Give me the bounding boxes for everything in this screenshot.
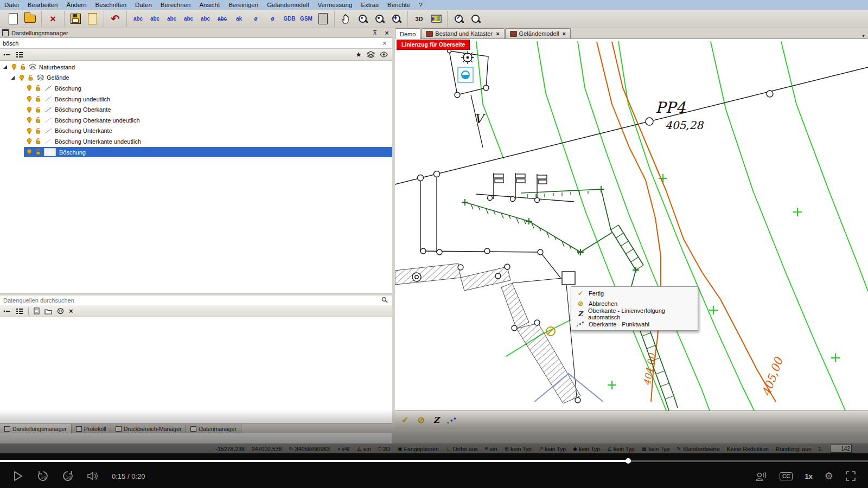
line-trace-icon[interactable]: Z xyxy=(433,415,439,425)
menu-ansicht[interactable]: Ansicht xyxy=(195,0,224,10)
menu-daten[interactable]: Daten xyxy=(131,0,156,10)
visibility-icon[interactable] xyxy=(380,52,388,57)
menu-gelaendemodell[interactable]: Geländemodell xyxy=(263,0,313,10)
menu-berichte[interactable]: Berichte xyxy=(383,0,414,10)
label-new-icon[interactable]: abc xyxy=(130,11,146,27)
label-point-icon[interactable]: abc xyxy=(180,11,197,27)
expander-icon[interactable] xyxy=(3,65,7,69)
label-angle-icon[interactable]: ak xyxy=(231,11,247,27)
point-type-field[interactable]: ⊕kein Typ xyxy=(505,446,532,452)
datasource-search-input[interactable] xyxy=(0,297,381,304)
menu-help[interactable]: ? xyxy=(414,0,426,10)
selected-point-symbol[interactable] xyxy=(458,67,473,82)
lock-open-icon[interactable] xyxy=(35,149,42,156)
tree-item-boeschung-unterkante-undeutlich[interactable]: Böschung Unterkante undeutlich xyxy=(0,136,392,147)
menu-berechnen[interactable]: Berechnen xyxy=(156,0,195,10)
lock-open-icon[interactable] xyxy=(35,95,42,102)
save-icon[interactable] xyxy=(67,11,84,27)
tree-item-gelaende[interactable]: Gelände xyxy=(0,73,392,84)
close-tab-icon[interactable]: × xyxy=(496,30,499,37)
bulb-icon[interactable] xyxy=(11,63,17,70)
bulb-icon[interactable] xyxy=(26,138,33,145)
dimension-toggle[interactable]: □2D xyxy=(378,446,390,452)
new-file-icon[interactable] xyxy=(5,11,22,27)
settings-gear-icon[interactable]: ⚙ xyxy=(825,470,833,482)
lock-open-icon[interactable] xyxy=(35,106,42,113)
export-gdb-icon[interactable]: GDB xyxy=(281,11,298,27)
expander-icon[interactable] xyxy=(11,76,15,80)
collapse-all-icon[interactable] xyxy=(3,308,11,314)
finish-icon[interactable]: ✓ xyxy=(401,415,409,425)
zoom-window-icon[interactable] xyxy=(354,11,371,27)
label-grid-icon[interactable]: abc xyxy=(163,11,180,27)
abort-icon[interactable]: ⊘ xyxy=(417,415,424,425)
bulb-icon[interactable] xyxy=(26,106,33,113)
lock-open-icon[interactable] xyxy=(35,138,42,145)
menu-item-oberkante-linienverfolgung[interactable]: Z Oberkante - Linienverfolgung automatis… xyxy=(571,309,698,319)
hide-compass-icon[interactable]: ø xyxy=(264,11,281,27)
label-edit-icon[interactable]: abc xyxy=(146,11,163,27)
object-type-field[interactable]: ◆kein Typ xyxy=(573,446,600,452)
cursor-toggle[interactable]: ∠ein xyxy=(357,446,371,452)
lines-toggle[interactable]: ≡ein xyxy=(485,446,497,452)
menu-bearbeiten[interactable]: Bearbeiten xyxy=(23,0,62,10)
pick-box[interactable] xyxy=(562,272,575,285)
tree-item-boeschung-selected[interactable]: Böschung xyxy=(24,147,392,158)
fullscreen-icon[interactable] xyxy=(845,471,856,481)
folder-icon[interactable] xyxy=(44,308,52,314)
tree-item-boeschung[interactable]: Böschung xyxy=(0,83,392,94)
delete-icon[interactable]: × xyxy=(44,11,61,27)
view-list-icon[interactable] xyxy=(16,52,23,58)
globe-icon[interactable] xyxy=(57,307,64,314)
area-type-field[interactable]: ▦kein Typ xyxy=(642,446,669,452)
search-icon[interactable] xyxy=(381,296,388,305)
close-icon[interactable]: × xyxy=(69,307,73,315)
scale-input[interactable]: 142 xyxy=(830,445,852,453)
tab-demo[interactable]: Demo xyxy=(395,28,420,39)
tab-bestand-und-kataster[interactable]: Bestand und Kataster × xyxy=(421,28,504,38)
layer-search-input[interactable] xyxy=(0,40,381,47)
tree-item-boeschung-undeutlich[interactable]: Böschung undeutlich xyxy=(0,94,392,105)
menu-vermessung[interactable]: Vermessung xyxy=(313,0,356,10)
lock-open-icon[interactable] xyxy=(35,85,42,92)
tab-druckbereich-manager[interactable]: Druckbereich-Manager xyxy=(111,424,187,433)
chevron-down-icon[interactable]: ▾ xyxy=(862,33,865,38)
new-view-icon[interactable] xyxy=(427,11,444,27)
tab-datenmanager[interactable]: Datenmanager xyxy=(186,424,241,433)
zoom-search-icon[interactable] xyxy=(467,11,484,27)
bulb-icon[interactable] xyxy=(26,95,33,102)
bulb-icon[interactable] xyxy=(26,85,33,92)
panel-close-icon[interactable]: × xyxy=(384,29,390,37)
pin-icon[interactable]: ⊼ xyxy=(373,29,379,36)
angle-type-field[interactable]: ∠kein Typ xyxy=(607,446,635,452)
zoom-center-icon[interactable] xyxy=(371,11,388,27)
export-gsm-icon[interactable]: GSM xyxy=(298,11,315,27)
open-file-icon[interactable] xyxy=(22,11,39,27)
tab-darstellungsmanager[interactable]: Darstellungsmanager xyxy=(0,424,72,433)
play-icon[interactable] xyxy=(11,469,25,483)
pan-icon[interactable] xyxy=(337,11,354,27)
zoom-fit-icon[interactable] xyxy=(388,11,405,27)
hide-text-icon[interactable]: ø xyxy=(247,11,264,27)
undo-icon[interactable]: ↶ xyxy=(107,11,124,27)
menu-beschriften[interactable]: Beschriften xyxy=(91,0,131,10)
lock-open-icon[interactable] xyxy=(27,74,34,81)
layers-icon[interactable] xyxy=(367,51,375,58)
seek-handle[interactable] xyxy=(626,458,631,464)
defaults-field[interactable]: ✎Standardwerte xyxy=(676,446,720,452)
view-list-icon[interactable] xyxy=(16,308,23,314)
menu-bereinigen[interactable]: Bereinigen xyxy=(224,0,263,10)
label-strike-icon[interactable]: abc xyxy=(214,11,231,27)
label-line-icon[interactable]: abc xyxy=(197,11,214,27)
lock-open-icon[interactable] xyxy=(20,63,27,70)
point-select-icon[interactable] xyxy=(448,415,456,425)
collapse-all-icon[interactable] xyxy=(3,52,11,58)
file-icon[interactable] xyxy=(34,307,40,314)
plotter-icon[interactable] xyxy=(315,11,331,27)
volume-icon[interactable] xyxy=(86,469,100,483)
bulb-icon[interactable] xyxy=(26,127,33,134)
tab-gelaendemodell[interactable]: Geländemodell × xyxy=(505,28,571,38)
view-3d-icon[interactable]: 3D xyxy=(411,11,427,27)
lock-open-icon[interactable] xyxy=(35,127,42,134)
tab-protokoll[interactable]: Protokoll xyxy=(72,424,111,433)
